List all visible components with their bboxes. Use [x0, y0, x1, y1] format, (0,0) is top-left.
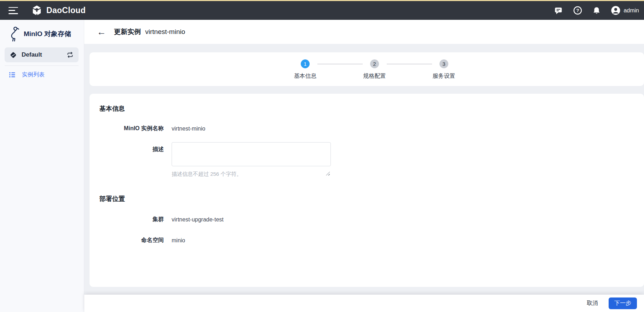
stepper-card: 1 基本信息 2 规格配置 3 服务设置	[90, 52, 644, 86]
form-row-namespace: 命名空间 minio	[90, 237, 644, 244]
step-number-badge: 1	[301, 59, 310, 68]
svg-text:?: ?	[576, 8, 579, 13]
namespace-value: minio	[172, 237, 185, 244]
step-number-badge: 2	[370, 59, 379, 68]
page-title-instance: virtnest-minio	[145, 28, 185, 35]
daocloud-logo-icon	[31, 5, 42, 16]
navbar-actions: ? admin	[554, 6, 639, 15]
workspace-icon	[10, 51, 17, 59]
step-service-settings[interactable]: 3 服务设置	[433, 59, 455, 80]
back-arrow-icon[interactable]: ←	[97, 27, 106, 36]
menu-toggle-icon[interactable]	[8, 7, 18, 14]
sidebar-module-header: MinIO 对象存储	[0, 20, 84, 47]
brand-name: DaoCloud	[46, 6, 86, 15]
list-icon	[8, 71, 16, 79]
user-avatar-icon	[611, 6, 620, 15]
form-row-description: 描述 描述信息不超过 256 个字符。	[90, 142, 644, 178]
workspace-switch-icon[interactable]	[66, 51, 74, 59]
user-menu[interactable]: admin	[611, 6, 639, 15]
form-card: 基本信息 MinIO 实例名称 virtnest-minio 描述 描述信息不超…	[90, 94, 644, 287]
description-textarea[interactable]	[172, 142, 331, 166]
app-root: DaoCloud ?	[0, 0, 644, 312]
sidebar-item-instance-list[interactable]: 实例列表	[0, 66, 84, 84]
instance-name-value: virtnest-minio	[172, 126, 205, 132]
step-label: 基本信息	[294, 73, 317, 80]
help-icon[interactable]: ?	[573, 6, 582, 15]
step-connector	[387, 64, 432, 64]
step-label: 规格配置	[363, 73, 386, 80]
top-navbar: DaoCloud ?	[0, 1, 644, 20]
step-number-badge: 3	[439, 59, 448, 68]
workspace-name: Default	[22, 51, 42, 58]
module-title: MinIO 对象存储	[24, 29, 71, 39]
cancel-button[interactable]: 取消	[587, 300, 598, 307]
page-title-action: 更新实例	[114, 28, 141, 35]
workspace-selector[interactable]: Default	[5, 47, 79, 62]
messages-icon[interactable]	[554, 6, 563, 15]
notifications-bell-icon[interactable]	[592, 6, 601, 15]
cluster-label: 集群	[90, 216, 164, 223]
brand-home-link[interactable]: DaoCloud	[31, 5, 86, 16]
cluster-value: virtnest-upgrade-test	[172, 216, 224, 223]
next-step-button[interactable]: 下一步	[609, 297, 637, 309]
step-connector	[317, 64, 363, 64]
page-content: 1 基本信息 2 规格配置 3 服务设置	[84, 44, 644, 295]
step-label: 服务设置	[433, 73, 455, 80]
wizard-stepper: 1 基本信息 2 规格配置 3 服务设置	[97, 52, 644, 80]
step-basic-info[interactable]: 1 基本信息	[294, 59, 317, 80]
minio-bird-icon	[8, 26, 19, 42]
form-row-cluster: 集群 virtnest-upgrade-test	[90, 216, 644, 223]
page-title: 更新实例 virtnest-minio	[114, 27, 185, 36]
section-heading-deploy-location: 部署位置	[90, 195, 644, 203]
sidebar-item-label: 实例列表	[22, 71, 45, 79]
username-label: admin	[623, 7, 639, 14]
step-spec-config[interactable]: 2 规格配置	[363, 59, 386, 80]
instance-name-label: MinIO 实例名称	[90, 125, 164, 132]
form-row-instance-name: MinIO 实例名称 virtnest-minio	[90, 125, 644, 132]
description-label: 描述	[90, 142, 164, 153]
page-header: ← 更新实例 virtnest-minio	[84, 20, 644, 44]
main-area: ← 更新实例 virtnest-minio 1 基本信息 2	[84, 20, 644, 312]
wizard-footer: 取消 下一步	[84, 295, 644, 312]
description-hint: 描述信息不超过 256 个字符。	[172, 171, 331, 178]
section-heading-basic-info: 基本信息	[90, 104, 644, 113]
namespace-label: 命名空间	[90, 237, 164, 244]
sidebar: MinIO 对象存储 Default	[0, 20, 84, 312]
